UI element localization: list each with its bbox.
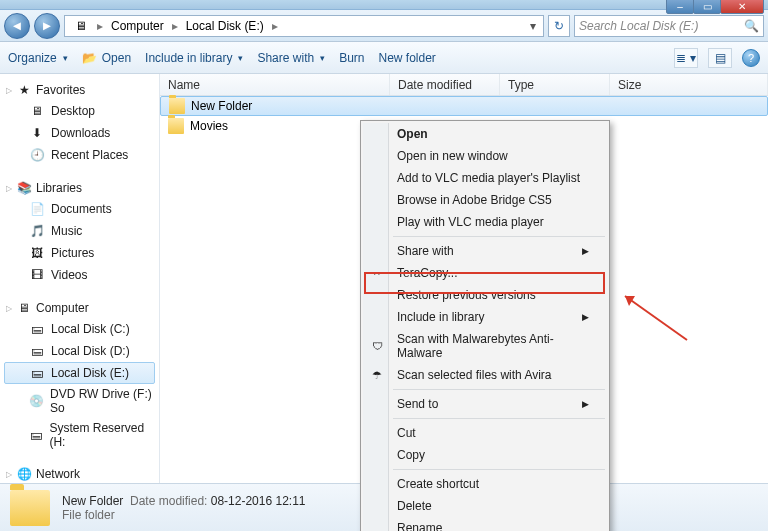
context-menu-item[interactable]: Create shortcut [363,473,607,495]
sidebar-item-system-reserved[interactable]: 🖴System Reserved (H: [4,418,155,452]
refresh-button[interactable]: ↻ [548,15,570,37]
context-menu-label: Restore previous versions [397,288,536,302]
sidebar-item-documents[interactable]: 📄Documents [4,198,155,220]
context-menu-label: TeraCopy... [397,266,457,280]
context-menu-item[interactable]: Browse in Adobe Bridge CS5 [363,189,607,211]
downloads-icon: ⬇ [29,125,45,141]
context-menu-label: Open [397,127,428,141]
address-bar[interactable]: 🖥 ▸ Computer ▸ Local Disk (E:) ▸ ▾ [64,15,544,37]
context-menu-label: Copy [397,448,425,462]
address-dropdown[interactable]: ▾ [525,19,541,33]
context-menu-item[interactable]: Add to VLC media player's Playlist [363,167,607,189]
context-menu-label: Create shortcut [397,477,479,491]
column-type[interactable]: Type [500,74,610,95]
sidebar-item-pictures[interactable]: 🖼Pictures [4,242,155,264]
context-menu-item[interactable]: Copy [363,444,607,466]
open-button[interactable]: 📂Open [82,50,131,66]
drive-icon: 🖴 [29,365,45,381]
context-menu-item[interactable]: 🛡Scan with Malwarebytes Anti-Malware [363,328,607,364]
pictures-icon: 🖼 [29,245,45,261]
burn-button[interactable]: Burn [339,51,364,65]
context-menu-item[interactable]: Rename [363,517,607,531]
context-menu-item[interactable]: Send to▶ [363,393,607,415]
maximize-button[interactable]: ▭ [693,0,721,14]
computer-icon: 🖥 [73,18,89,34]
context-menu-item[interactable]: Play with VLC media player [363,211,607,233]
sidebar-item-recent-places[interactable]: 🕘Recent Places [4,144,155,166]
context-menu-item[interactable]: ☂Scan selected files with Avira [363,364,607,386]
submenu-arrow-icon: ▶ [582,246,589,256]
navigation-pane: ▷★Favorites 🖥Desktop ⬇Downloads 🕘Recent … [0,74,160,483]
context-menu-item[interactable]: Open [363,123,607,145]
include-in-library-button[interactable]: Include in library [145,51,243,65]
search-input[interactable]: Search Local Disk (E:) 🔍 [574,15,764,37]
chevron-right-icon: ▸ [172,19,178,33]
sidebar-group-favorites[interactable]: ▷★Favorites [4,80,155,100]
sidebar-item-desktop[interactable]: 🖥Desktop [4,100,155,122]
music-icon: 🎵 [29,223,45,239]
sidebar-item-dvd-drive[interactable]: 💿DVD RW Drive (F:) So [4,384,155,418]
dvd-icon: 💿 [29,393,44,409]
sidebar-item-local-disk-d[interactable]: 🖴Local Disk (D:) [4,340,155,362]
context-menu-item[interactable]: Share with▶ [363,240,607,262]
desktop-icon: 🖥 [29,103,45,119]
context-menu-item[interactable]: Delete [363,495,607,517]
sidebar-item-music[interactable]: 🎵Music [4,220,155,242]
computer-icon: 🖥 [16,300,32,316]
sidebar-group-computer[interactable]: ▷🖥Computer [4,298,155,318]
sidebar-item-local-disk-e[interactable]: 🖴Local Disk (E:) [4,362,155,384]
file-row[interactable]: New Folder [160,96,768,116]
sidebar-item-local-disk-c[interactable]: 🖴Local Disk (C:) [4,318,155,340]
chevron-right-icon: ▸ [97,19,103,33]
minimize-button[interactable]: – [666,0,694,14]
network-icon: 🌐 [16,466,32,482]
context-menu-item[interactable]: ↔TeraCopy... [363,262,607,284]
sidebar-group-libraries[interactable]: ▷📚Libraries [4,178,155,198]
drive-icon: 🖴 [29,321,45,337]
context-menu-item[interactable]: Restore previous versions [363,284,607,306]
organize-button[interactable]: Organize [8,51,68,65]
title-bar: – ▭ ✕ [0,0,768,10]
column-size[interactable]: Size [610,74,768,95]
context-menu-label: Add to VLC media player's Playlist [397,171,580,185]
help-button[interactable]: ? [742,49,760,67]
menu-item-icon: 🛡 [369,338,385,354]
menu-item-icon: ☂ [369,367,385,383]
context-menu-label: Scan with Malwarebytes Anti-Malware [397,332,589,360]
videos-icon: 🎞 [29,267,45,283]
context-menu-item[interactable]: Open in new window [363,145,607,167]
file-name: New Folder [191,99,252,113]
search-placeholder: Search Local Disk (E:) [579,19,698,33]
back-button[interactable]: ◄ [4,13,30,39]
context-menu-label: Share with [397,244,454,258]
context-menu-item[interactable]: Include in library▶ [363,306,607,328]
details-date-label: Date modified: [130,494,207,508]
close-button[interactable]: ✕ [720,0,764,14]
chevron-right-icon: ▸ [272,19,278,33]
context-menu-label: Rename [397,521,442,531]
column-name[interactable]: Name [160,74,390,95]
context-menu-label: Play with VLC media player [397,215,544,229]
documents-icon: 📄 [29,201,45,217]
breadcrumb[interactable]: Computer [105,17,170,35]
new-folder-button[interactable]: New folder [379,51,436,65]
recent-icon: 🕘 [29,147,45,163]
view-options-button[interactable]: ≣ ▾ [674,48,698,68]
sidebar-item-videos[interactable]: 🎞Videos [4,264,155,286]
forward-button[interactable]: ► [34,13,60,39]
column-date[interactable]: Date modified [390,74,500,95]
folder-icon [169,98,185,114]
sidebar-item-downloads[interactable]: ⬇Downloads [4,122,155,144]
breadcrumb[interactable]: Local Disk (E:) [180,17,270,35]
share-with-button[interactable]: Share with [257,51,325,65]
sidebar-group-network[interactable]: ▷🌐Network [4,464,155,483]
preview-pane-button[interactable]: ▤ [708,48,732,68]
drive-icon: 🖴 [29,427,43,443]
context-menu-item[interactable]: Cut [363,422,607,444]
star-icon: ★ [16,82,32,98]
context-menu: OpenOpen in new windowAdd to VLC media p… [360,120,610,531]
context-menu-separator [393,236,605,237]
command-bar: Organize 📂Open Include in library Share … [0,42,768,74]
navigation-bar: ◄ ► 🖥 ▸ Computer ▸ Local Disk (E:) ▸ ▾ ↻… [0,10,768,42]
context-menu-label: Open in new window [397,149,508,163]
